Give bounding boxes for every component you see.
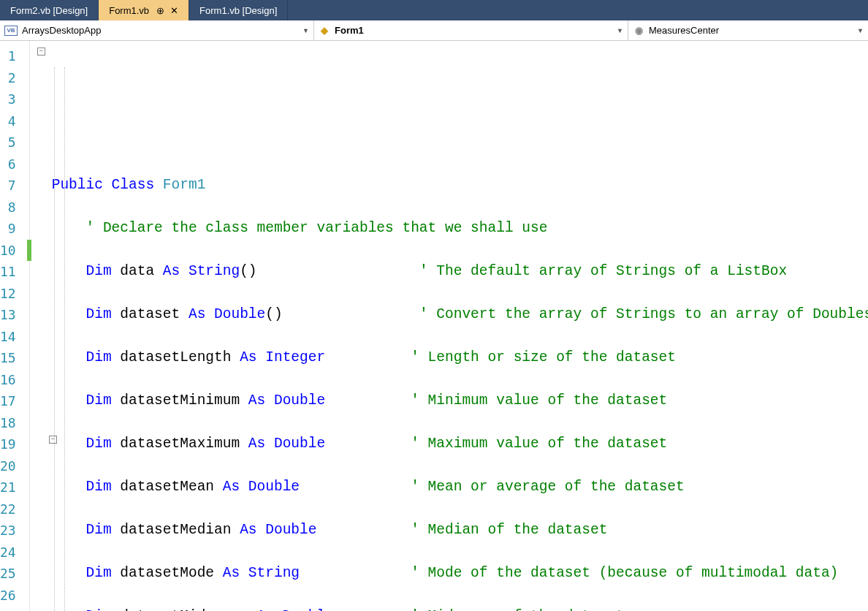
tab-form1-vb[interactable]: Form1.vb ⊕ ✕ bbox=[99, 0, 189, 20]
code-line: Dim datasetMode As String ' Mode of the … bbox=[30, 563, 868, 585]
tab-bar: Form2.vb [Design] Form1.vb ⊕ ✕ Form1.vb … bbox=[0, 0, 868, 20]
code-line: Dim datasetMinimum As Double ' Minimum v… bbox=[30, 390, 868, 412]
code-line: Dim datasetMedian As Double ' Median of … bbox=[30, 520, 868, 542]
tab-form2-design[interactable]: Form2.vb [Design] bbox=[0, 0, 99, 20]
class-icon: ◆ bbox=[319, 25, 330, 37]
line-number-gutter: 1 2 3 4 5 6 7 8 9 10 11 12 13 14 15 16 1… bbox=[0, 41, 30, 611]
project-dropdown[interactable]: VB ArraysDesktopApp ▼ bbox=[0, 20, 314, 40]
code-line: Dim data As String() ' The default array… bbox=[30, 261, 868, 283]
vb-project-icon: VB bbox=[4, 26, 18, 36]
code-line: Dim dataset As Double() ' Convert the ar… bbox=[30, 304, 868, 326]
fold-toggle[interactable]: − bbox=[37, 48, 45, 56]
tab-form1-design[interactable]: Form1.vb [Design] bbox=[189, 0, 288, 20]
fold-toggle[interactable]: − bbox=[49, 436, 57, 444]
close-icon[interactable]: ✕ bbox=[170, 5, 178, 16]
code-content[interactable]: − − Public Class Form1 ' Declare the cla… bbox=[30, 41, 868, 611]
code-line: ' Declare the class member variables tha… bbox=[30, 218, 868, 240]
chevron-down-icon: ▼ bbox=[857, 27, 864, 34]
navigation-bar: VB ArraysDesktopApp ▼ ◆ Form1 ▼ ◉ Measur… bbox=[0, 20, 868, 41]
change-indicator bbox=[27, 240, 31, 261]
code-line: Dim datasetLength As Integer ' Length or… bbox=[30, 347, 868, 369]
code-line: Dim datasetMidrange As Double ' Midrange… bbox=[30, 606, 868, 611]
code-line: Public Class Form1 bbox=[30, 175, 868, 197]
member-dropdown[interactable]: ◉ MeasuresCenter ▼ bbox=[628, 20, 868, 40]
class-dropdown[interactable]: ◆ Form1 ▼ bbox=[314, 20, 628, 40]
chevron-down-icon: ▼ bbox=[302, 27, 309, 34]
code-line: Dim datasetMaximum As Double ' Maximum v… bbox=[30, 433, 868, 455]
code-editor[interactable]: 1 2 3 4 5 6 7 8 9 10 11 12 13 14 15 16 1… bbox=[0, 41, 868, 611]
method-icon: ◉ bbox=[633, 25, 644, 37]
pin-icon[interactable]: ⊕ bbox=[156, 5, 164, 16]
chevron-down-icon: ▼ bbox=[617, 27, 623, 34]
code-line: Dim datasetMean As Double ' Mean or aver… bbox=[30, 477, 868, 498]
